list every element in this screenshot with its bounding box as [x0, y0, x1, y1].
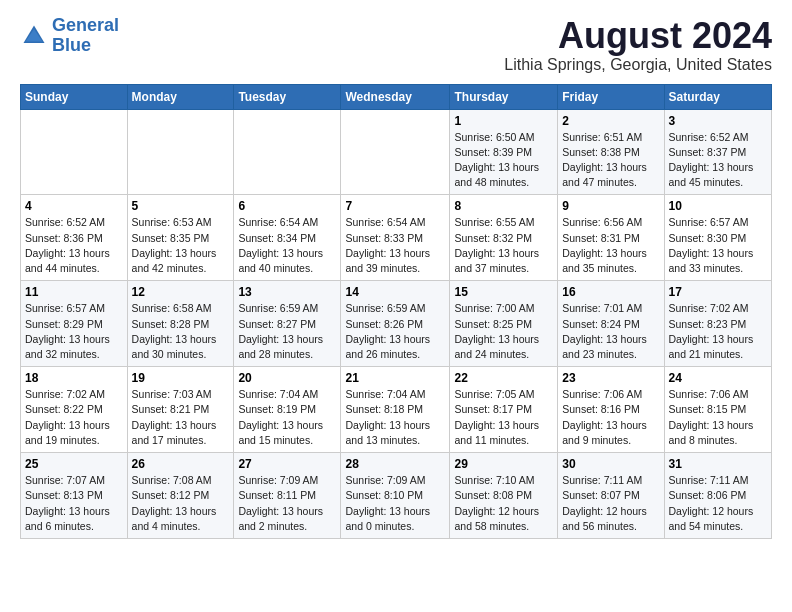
calendar-cell: 5Sunrise: 6:53 AM Sunset: 8:35 PM Daylig… — [127, 195, 234, 281]
day-info: Sunrise: 6:57 AM Sunset: 8:30 PM Dayligh… — [669, 215, 767, 276]
calendar-week-2: 4Sunrise: 6:52 AM Sunset: 8:36 PM Daylig… — [21, 195, 772, 281]
day-info: Sunrise: 7:04 AM Sunset: 8:18 PM Dayligh… — [345, 387, 445, 448]
day-number: 21 — [345, 371, 445, 385]
day-info: Sunrise: 7:10 AM Sunset: 8:08 PM Dayligh… — [454, 473, 553, 534]
calendar-cell — [341, 109, 450, 195]
calendar-week-5: 25Sunrise: 7:07 AM Sunset: 8:13 PM Dayli… — [21, 453, 772, 539]
day-info: Sunrise: 7:02 AM Sunset: 8:22 PM Dayligh… — [25, 387, 123, 448]
calendar-cell: 30Sunrise: 7:11 AM Sunset: 8:07 PM Dayli… — [558, 453, 664, 539]
calendar-week-1: 1Sunrise: 6:50 AM Sunset: 8:39 PM Daylig… — [21, 109, 772, 195]
day-info: Sunrise: 7:08 AM Sunset: 8:12 PM Dayligh… — [132, 473, 230, 534]
day-number: 19 — [132, 371, 230, 385]
day-info: Sunrise: 6:59 AM Sunset: 8:27 PM Dayligh… — [238, 301, 336, 362]
day-number: 10 — [669, 199, 767, 213]
day-info: Sunrise: 6:55 AM Sunset: 8:32 PM Dayligh… — [454, 215, 553, 276]
day-info: Sunrise: 7:09 AM Sunset: 8:11 PM Dayligh… — [238, 473, 336, 534]
day-info: Sunrise: 6:52 AM Sunset: 8:36 PM Dayligh… — [25, 215, 123, 276]
day-info: Sunrise: 7:06 AM Sunset: 8:16 PM Dayligh… — [562, 387, 659, 448]
calendar-cell: 19Sunrise: 7:03 AM Sunset: 8:21 PM Dayli… — [127, 367, 234, 453]
day-number: 3 — [669, 114, 767, 128]
day-number: 31 — [669, 457, 767, 471]
day-info: Sunrise: 7:02 AM Sunset: 8:23 PM Dayligh… — [669, 301, 767, 362]
calendar-cell: 25Sunrise: 7:07 AM Sunset: 8:13 PM Dayli… — [21, 453, 128, 539]
calendar-cell: 26Sunrise: 7:08 AM Sunset: 8:12 PM Dayli… — [127, 453, 234, 539]
day-number: 2 — [562, 114, 659, 128]
day-number: 7 — [345, 199, 445, 213]
calendar-cell: 10Sunrise: 6:57 AM Sunset: 8:30 PM Dayli… — [664, 195, 771, 281]
day-number: 15 — [454, 285, 553, 299]
day-number: 25 — [25, 457, 123, 471]
calendar-cell: 8Sunrise: 6:55 AM Sunset: 8:32 PM Daylig… — [450, 195, 558, 281]
calendar-cell: 24Sunrise: 7:06 AM Sunset: 8:15 PM Dayli… — [664, 367, 771, 453]
day-info: Sunrise: 7:05 AM Sunset: 8:17 PM Dayligh… — [454, 387, 553, 448]
calendar-cell — [21, 109, 128, 195]
day-number: 22 — [454, 371, 553, 385]
day-info: Sunrise: 6:54 AM Sunset: 8:33 PM Dayligh… — [345, 215, 445, 276]
day-info: Sunrise: 7:07 AM Sunset: 8:13 PM Dayligh… — [25, 473, 123, 534]
day-info: Sunrise: 7:03 AM Sunset: 8:21 PM Dayligh… — [132, 387, 230, 448]
day-number: 5 — [132, 199, 230, 213]
day-number: 6 — [238, 199, 336, 213]
day-number: 1 — [454, 114, 553, 128]
day-number: 17 — [669, 285, 767, 299]
calendar-cell: 13Sunrise: 6:59 AM Sunset: 8:27 PM Dayli… — [234, 281, 341, 367]
day-info: Sunrise: 7:06 AM Sunset: 8:15 PM Dayligh… — [669, 387, 767, 448]
col-header-monday: Monday — [127, 84, 234, 109]
logo: General Blue — [20, 16, 119, 56]
day-number: 4 — [25, 199, 123, 213]
day-number: 9 — [562, 199, 659, 213]
day-number: 11 — [25, 285, 123, 299]
calendar-cell — [234, 109, 341, 195]
calendar-cell: 7Sunrise: 6:54 AM Sunset: 8:33 PM Daylig… — [341, 195, 450, 281]
calendar-week-3: 11Sunrise: 6:57 AM Sunset: 8:29 PM Dayli… — [21, 281, 772, 367]
calendar-cell: 4Sunrise: 6:52 AM Sunset: 8:36 PM Daylig… — [21, 195, 128, 281]
calendar-week-4: 18Sunrise: 7:02 AM Sunset: 8:22 PM Dayli… — [21, 367, 772, 453]
col-header-wednesday: Wednesday — [341, 84, 450, 109]
calendar-cell: 31Sunrise: 7:11 AM Sunset: 8:06 PM Dayli… — [664, 453, 771, 539]
day-number: 29 — [454, 457, 553, 471]
page-header: General Blue August 2024 Lithia Springs,… — [20, 16, 772, 74]
calendar-cell — [127, 109, 234, 195]
calendar-cell: 2Sunrise: 6:51 AM Sunset: 8:38 PM Daylig… — [558, 109, 664, 195]
col-header-tuesday: Tuesday — [234, 84, 341, 109]
calendar-cell: 29Sunrise: 7:10 AM Sunset: 8:08 PM Dayli… — [450, 453, 558, 539]
subtitle: Lithia Springs, Georgia, United States — [504, 56, 772, 74]
calendar-cell: 6Sunrise: 6:54 AM Sunset: 8:34 PM Daylig… — [234, 195, 341, 281]
day-info: Sunrise: 7:00 AM Sunset: 8:25 PM Dayligh… — [454, 301, 553, 362]
calendar-cell: 18Sunrise: 7:02 AM Sunset: 8:22 PM Dayli… — [21, 367, 128, 453]
calendar-cell: 16Sunrise: 7:01 AM Sunset: 8:24 PM Dayli… — [558, 281, 664, 367]
day-info: Sunrise: 6:59 AM Sunset: 8:26 PM Dayligh… — [345, 301, 445, 362]
day-info: Sunrise: 6:50 AM Sunset: 8:39 PM Dayligh… — [454, 130, 553, 191]
day-info: Sunrise: 7:11 AM Sunset: 8:07 PM Dayligh… — [562, 473, 659, 534]
day-info: Sunrise: 7:11 AM Sunset: 8:06 PM Dayligh… — [669, 473, 767, 534]
day-number: 20 — [238, 371, 336, 385]
calendar-cell: 12Sunrise: 6:58 AM Sunset: 8:28 PM Dayli… — [127, 281, 234, 367]
day-number: 23 — [562, 371, 659, 385]
day-number: 16 — [562, 285, 659, 299]
day-number: 27 — [238, 457, 336, 471]
col-header-friday: Friday — [558, 84, 664, 109]
calendar-cell: 20Sunrise: 7:04 AM Sunset: 8:19 PM Dayli… — [234, 367, 341, 453]
calendar-cell: 15Sunrise: 7:00 AM Sunset: 8:25 PM Dayli… — [450, 281, 558, 367]
day-number: 30 — [562, 457, 659, 471]
day-info: Sunrise: 7:01 AM Sunset: 8:24 PM Dayligh… — [562, 301, 659, 362]
day-number: 8 — [454, 199, 553, 213]
title-block: August 2024 Lithia Springs, Georgia, Uni… — [504, 16, 772, 74]
day-number: 14 — [345, 285, 445, 299]
day-number: 24 — [669, 371, 767, 385]
day-info: Sunrise: 6:54 AM Sunset: 8:34 PM Dayligh… — [238, 215, 336, 276]
day-number: 12 — [132, 285, 230, 299]
day-info: Sunrise: 6:58 AM Sunset: 8:28 PM Dayligh… — [132, 301, 230, 362]
logo-icon — [20, 22, 48, 50]
day-info: Sunrise: 7:09 AM Sunset: 8:10 PM Dayligh… — [345, 473, 445, 534]
day-number: 13 — [238, 285, 336, 299]
col-header-thursday: Thursday — [450, 84, 558, 109]
day-info: Sunrise: 6:53 AM Sunset: 8:35 PM Dayligh… — [132, 215, 230, 276]
calendar-cell: 27Sunrise: 7:09 AM Sunset: 8:11 PM Dayli… — [234, 453, 341, 539]
main-title: August 2024 — [504, 16, 772, 56]
day-info: Sunrise: 6:57 AM Sunset: 8:29 PM Dayligh… — [25, 301, 123, 362]
calendar-cell: 3Sunrise: 6:52 AM Sunset: 8:37 PM Daylig… — [664, 109, 771, 195]
day-info: Sunrise: 6:51 AM Sunset: 8:38 PM Dayligh… — [562, 130, 659, 191]
calendar-cell: 11Sunrise: 6:57 AM Sunset: 8:29 PM Dayli… — [21, 281, 128, 367]
day-number: 28 — [345, 457, 445, 471]
